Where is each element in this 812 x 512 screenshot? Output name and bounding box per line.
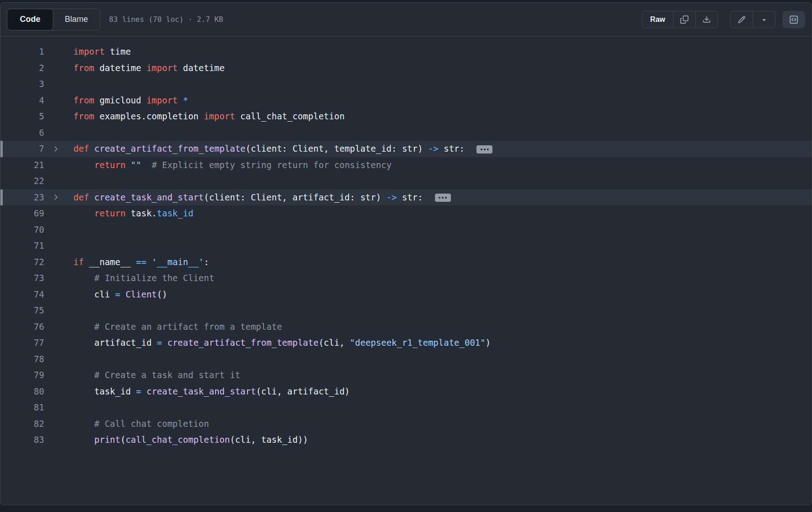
- code-line: 77 artifact_id = create_artifact_from_te…: [0, 335, 812, 351]
- line-number[interactable]: 74: [0, 287, 44, 303]
- code-text: artifact_id = create_artifact_from_templ…: [73, 335, 812, 351]
- line-number[interactable]: 7: [0, 141, 44, 157]
- expander-cell: [44, 270, 73, 287]
- expander-cell: [44, 351, 73, 368]
- expander-cell: [44, 302, 73, 319]
- copy-icon: [680, 15, 688, 24]
- expander-cell[interactable]: [44, 141, 73, 157]
- code-symbols-icon: [789, 15, 798, 24]
- code-viewer: 1import time2from datetime import dateti…: [0, 36, 812, 448]
- line-number[interactable]: 83: [0, 432, 44, 448]
- code-line: 7def create_artifact_from_template(clien…: [0, 141, 812, 157]
- code-text: [73, 238, 812, 254]
- code-line: 76 # Create an artifact from a template: [0, 319, 812, 335]
- expander-cell: [44, 319, 73, 335]
- code-line: 73 # Initialize the Client: [0, 270, 812, 287]
- download-raw-button[interactable]: [695, 11, 718, 28]
- expander-cell: [44, 44, 73, 60]
- expander-cell: [44, 205, 73, 222]
- code-text: # Create a task and start it: [73, 367, 812, 384]
- code-text: # Call chat completion: [73, 416, 812, 432]
- line-number[interactable]: 76: [0, 319, 44, 335]
- symbols-panel-button[interactable]: [782, 11, 805, 28]
- code-line: 70: [0, 222, 812, 238]
- line-number[interactable]: 23: [0, 189, 44, 206]
- expand-hidden-code-button[interactable]: [476, 145, 492, 154]
- expander-cell: [44, 76, 73, 92]
- edit-dropdown-button[interactable]: [753, 11, 775, 28]
- code-text: from datetime import datetime: [73, 60, 812, 77]
- line-number[interactable]: 1: [0, 44, 44, 60]
- line-number[interactable]: 77: [0, 335, 44, 351]
- edit-file-button[interactable]: [730, 11, 753, 28]
- line-number[interactable]: 4: [0, 92, 44, 109]
- code-line: 78: [0, 351, 812, 368]
- code-line: 82 # Call chat completion: [0, 416, 812, 432]
- code-text: [73, 222, 812, 238]
- chevron-right-icon[interactable]: [52, 145, 60, 153]
- code-text: def create_artifact_from_template(client…: [73, 141, 812, 157]
- line-number[interactable]: 21: [0, 157, 44, 174]
- pencil-icon: [738, 15, 746, 24]
- code-line: 6: [0, 125, 812, 141]
- line-number[interactable]: 2: [0, 60, 44, 77]
- expander-cell: [44, 254, 73, 271]
- line-number[interactable]: 3: [0, 76, 44, 92]
- line-number[interactable]: 71: [0, 238, 44, 254]
- expand-hidden-code-button[interactable]: [435, 194, 451, 202]
- code-line: 69 return task.task_id: [0, 205, 812, 222]
- code-text: if __name__ == '__main__':: [73, 254, 812, 271]
- code-line: 1import time: [0, 44, 812, 60]
- line-number[interactable]: 73: [0, 270, 44, 287]
- expander-cell[interactable]: [44, 189, 73, 206]
- expander-cell: [44, 399, 73, 416]
- raw-button[interactable]: Raw: [642, 11, 673, 28]
- line-number[interactable]: 5: [0, 108, 44, 125]
- line-number[interactable]: 6: [0, 125, 44, 141]
- code-line: 71: [0, 238, 812, 254]
- line-number[interactable]: 78: [0, 351, 44, 368]
- code-line: 75: [0, 302, 812, 319]
- line-number[interactable]: 72: [0, 254, 44, 271]
- code-text: return "" # Explicit empty string return…: [73, 157, 812, 174]
- code-line: 74 cli = Client(): [0, 287, 812, 303]
- expander-cell: [44, 222, 73, 238]
- code-line: 23def create_task_and_start(client: Clie…: [0, 189, 812, 206]
- code-text: print(call_chat_completion(cli, task_id)…: [73, 432, 812, 448]
- chevron-right-icon[interactable]: [52, 193, 60, 201]
- code-text: from examples.completion import call_cha…: [73, 108, 812, 125]
- line-number[interactable]: 22: [0, 173, 44, 189]
- code-line: 72if __name__ == '__main__':: [0, 254, 812, 271]
- line-number[interactable]: 80: [0, 384, 44, 400]
- line-number[interactable]: 69: [0, 205, 44, 222]
- code-blame-switcher: Code Blame: [7, 9, 100, 31]
- line-number[interactable]: 79: [0, 367, 44, 384]
- line-number[interactable]: 82: [0, 416, 44, 432]
- expander-cell: [44, 367, 73, 384]
- code-text: # Initialize the Client: [73, 270, 812, 287]
- code-line: 22: [0, 173, 812, 189]
- code-text: import time: [73, 44, 812, 60]
- code-line: 81: [0, 399, 812, 416]
- code-text: def create_task_and_start(client: Client…: [73, 189, 812, 206]
- copy-raw-button[interactable]: [673, 11, 695, 28]
- expander-cell: [44, 173, 73, 189]
- tab-blame[interactable]: Blame: [53, 9, 100, 30]
- code-line: 4from gmicloud import *: [0, 92, 812, 109]
- code-line: 83 print(call_chat_completion(cli, task_…: [0, 432, 812, 448]
- code-text: [73, 302, 812, 319]
- line-number[interactable]: 75: [0, 302, 44, 319]
- tab-code[interactable]: Code: [7, 9, 53, 31]
- expander-cell: [44, 108, 73, 125]
- code-text: [73, 125, 812, 141]
- file-header: Code Blame 83 lines (70 loc) · 2.7 KB Ra…: [0, 3, 812, 36]
- triangle-down-icon: [760, 15, 768, 24]
- file-meta-info: 83 lines (70 loc) · 2.7 KB: [109, 15, 223, 24]
- code-text: return task.task_id: [73, 205, 812, 222]
- line-number[interactable]: 81: [0, 399, 44, 416]
- line-number[interactable]: 70: [0, 222, 44, 238]
- expander-cell: [44, 92, 73, 109]
- code-text: [73, 173, 812, 189]
- expander-cell: [44, 384, 73, 400]
- expander-cell: [44, 60, 73, 77]
